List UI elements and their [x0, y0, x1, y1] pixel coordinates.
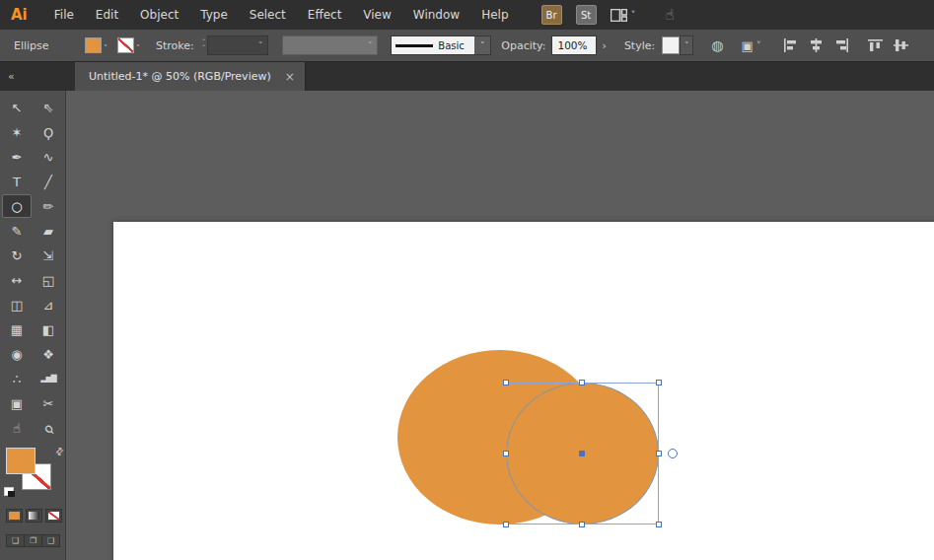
- align-top-button[interactable]: [868, 38, 883, 52]
- color-button[interactable]: [6, 509, 23, 523]
- default-fill-stroke-icon[interactable]: [4, 487, 14, 496]
- eyedropper-tool[interactable]: ◉: [2, 342, 32, 366]
- tab-close-icon[interactable]: ×: [285, 70, 295, 84]
- document-tab[interactable]: Untitled-1* @ 50% (RGB/Preview) ×: [75, 62, 306, 91]
- type-tool[interactable]: T: [2, 170, 32, 193]
- lasso-icon: Ϙ: [43, 126, 53, 139]
- selection-handle-top-right[interactable]: [656, 380, 662, 385]
- gradient-icon: ◧: [42, 323, 54, 336]
- variable-width-profile-dropdown[interactable]: ˅: [282, 35, 378, 55]
- symbol-sprayer-icon: ∴: [13, 373, 21, 385]
- artboard-tool[interactable]: ▣: [2, 391, 32, 415]
- opacity-input[interactable]: 100%: [551, 35, 597, 55]
- stepper-down-icon[interactable]: ˅: [202, 45, 206, 51]
- scale-tool[interactable]: ⇲: [34, 244, 63, 267]
- width-tool[interactable]: ↔: [2, 268, 32, 292]
- menu-object[interactable]: Object: [129, 8, 189, 22]
- opacity-label[interactable]: Opacity:: [501, 39, 545, 52]
- menu-type[interactable]: Type: [189, 8, 239, 22]
- canvas-pasteboard: [66, 91, 934, 560]
- scale-icon: ⇲: [43, 249, 54, 262]
- pen-tool[interactable]: ✒: [2, 145, 32, 169]
- draw-inside-button[interactable]: ❑: [42, 535, 59, 546]
- selection-handle-middle-left[interactable]: [503, 451, 509, 456]
- stroke-weight-dropdown[interactable]: ˅: [207, 35, 268, 55]
- fill-swatch[interactable]: [85, 37, 102, 53]
- menu-view[interactable]: View: [352, 8, 401, 22]
- curvature-icon: ∿: [43, 151, 54, 164]
- align-right-button[interactable]: [834, 38, 849, 52]
- hand-gesture-icon[interactable]: ☝: [666, 6, 675, 24]
- chevron-down-icon[interactable]: ˅: [474, 36, 490, 54]
- brush-definition-combo[interactable]: Basic ˅: [391, 35, 491, 55]
- selection-handle-bottom-right[interactable]: [656, 522, 662, 527]
- draw-normal-button[interactable]: ❏: [7, 535, 25, 546]
- eraser-tool[interactable]: ▰: [34, 219, 63, 243]
- document-setup-control[interactable]: ▣ ˅: [741, 38, 760, 53]
- selection-tool[interactable]: ↖: [2, 96, 32, 119]
- live-shape-radius-handle[interactable]: [668, 449, 678, 458]
- hand-tool[interactable]: ☝: [2, 416, 32, 440]
- selection-handle-top-left[interactable]: [503, 380, 509, 385]
- app-logo[interactable]: Ai: [11, 6, 28, 24]
- align-left-button[interactable]: [783, 38, 798, 52]
- gradient-tool[interactable]: ◧: [34, 317, 63, 341]
- direct-selection-tool-icon: ⇖: [43, 102, 54, 114]
- chevron-right-icon[interactable]: ›: [602, 39, 606, 52]
- symbol-sprayer-tool[interactable]: ∴: [2, 367, 32, 390]
- paintbrush-icon: ✏: [43, 200, 54, 213]
- selection-handle-top-center[interactable]: [579, 380, 585, 385]
- globe-icon[interactable]: ◍: [711, 37, 723, 53]
- graphic-style-swatch[interactable]: [662, 36, 680, 54]
- gradient-button-icon: [29, 512, 39, 520]
- rotate-tool[interactable]: ↻: [2, 244, 32, 267]
- line-segment-tool[interactable]: ╱: [34, 170, 63, 193]
- draw-behind-button[interactable]: ❐: [25, 535, 42, 546]
- brush-preview: Basic: [392, 36, 474, 54]
- workspace-switcher-button[interactable]: ˅: [611, 9, 636, 22]
- mesh-tool[interactable]: ▦: [2, 317, 32, 341]
- menu-edit[interactable]: Edit: [85, 8, 129, 22]
- stroke-label[interactable]: Stroke:: [156, 39, 194, 52]
- selection-handle-bottom-left[interactable]: [503, 522, 509, 527]
- selection-handle-bottom-center[interactable]: [579, 522, 585, 527]
- zoom-tool[interactable]: ϙ: [34, 416, 63, 440]
- align-vertical-center-button[interactable]: [894, 38, 908, 52]
- shape-builder-tool[interactable]: ◫: [2, 293, 32, 316]
- stroke-weight-stepper[interactable]: ˄ ˅: [202, 39, 206, 51]
- shape-center-point[interactable]: [579, 451, 585, 456]
- align-center-button[interactable]: [809, 38, 824, 52]
- menu-help[interactable]: Help: [470, 8, 519, 22]
- chevron-down-icon[interactable]: ˅: [680, 35, 693, 55]
- menu-select[interactable]: Select: [239, 8, 297, 22]
- fill-color-indicator[interactable]: [6, 448, 36, 474]
- free-transform-icon: ◱: [42, 274, 54, 287]
- swap-fill-stroke-icon[interactable]: ⇄: [52, 445, 66, 458]
- fill-color-control[interactable]: ˅: [85, 37, 108, 53]
- blend-tool[interactable]: ❖: [34, 342, 63, 366]
- menu-effect[interactable]: Effect: [297, 8, 353, 22]
- bridge-button[interactable]: Br: [541, 5, 562, 25]
- none-button[interactable]: [45, 509, 62, 523]
- free-transform-tool[interactable]: ◱: [34, 268, 63, 292]
- perspective-grid-tool[interactable]: ⊿: [34, 293, 63, 316]
- stroke-color-control[interactable]: ˅: [117, 37, 140, 53]
- shaper-tool[interactable]: ✎: [2, 219, 32, 243]
- ellipse-tool[interactable]: ○: [2, 194, 32, 218]
- blend-icon: ❖: [42, 348, 54, 361]
- collapse-panel-button[interactable]: «: [0, 62, 75, 91]
- column-graph-tool[interactable]: ▂▅▇: [34, 367, 63, 390]
- stroke-none-swatch[interactable]: [117, 37, 134, 53]
- menu-file[interactable]: File: [43, 8, 85, 22]
- style-label[interactable]: Style:: [624, 39, 655, 52]
- curvature-tool[interactable]: ∿: [34, 145, 63, 169]
- stock-button[interactable]: St: [576, 5, 597, 25]
- direct-selection-tool[interactable]: ⇖: [34, 96, 63, 119]
- menu-window[interactable]: Window: [402, 8, 470, 22]
- selection-handle-middle-right[interactable]: [656, 451, 662, 456]
- gradient-button[interactable]: [26, 509, 42, 523]
- slice-tool[interactable]: ✂: [34, 391, 63, 415]
- lasso-tool[interactable]: Ϙ: [34, 120, 63, 144]
- paintbrush-tool[interactable]: ✏: [34, 194, 63, 218]
- magic-wand-tool[interactable]: ✶: [2, 120, 32, 144]
